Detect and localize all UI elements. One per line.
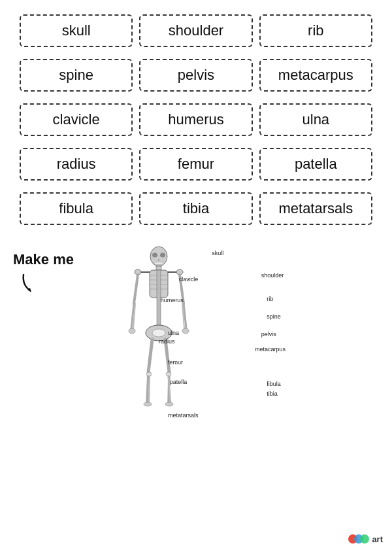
skeleton-label-metacarpus: metacarpus xyxy=(255,346,286,353)
svg-rect-8 xyxy=(156,266,161,270)
arrow-icon xyxy=(18,271,43,298)
word-card-clavicle[interactable]: clavicle xyxy=(20,103,133,136)
word-card-rib[interactable]: rib xyxy=(259,14,372,47)
skeleton-label-rib: rib xyxy=(267,296,273,302)
word-card-patella[interactable]: patella xyxy=(259,148,372,181)
skeleton-label-shoulder: shoulder xyxy=(261,272,284,279)
word-card-tibia[interactable]: tibia xyxy=(139,192,252,225)
skeleton-label-pelvis: pelvis xyxy=(261,331,276,338)
skeleton-label-fibula: fibula xyxy=(267,381,281,387)
bottom-section: Make me xyxy=(0,238,392,428)
skeleton-svg xyxy=(113,245,204,421)
svg-line-29 xyxy=(148,339,152,372)
skeleton-label-spine: spine xyxy=(267,313,281,320)
svg-point-37 xyxy=(146,372,152,376)
word-card-radius[interactable]: radius xyxy=(20,148,133,181)
svg-point-24 xyxy=(129,328,135,334)
svg-line-31 xyxy=(149,372,150,402)
skeleton-label-skull: skull xyxy=(212,250,223,256)
word-card-femur[interactable]: femur xyxy=(139,148,252,181)
svg-point-3 xyxy=(160,253,165,258)
svg-point-41 xyxy=(360,534,369,544)
logo-text: art xyxy=(372,534,383,544)
word-card-pelvis[interactable]: pelvis xyxy=(139,59,252,92)
svg-point-36 xyxy=(165,402,173,406)
svg-point-2 xyxy=(152,253,157,258)
skeleton-label-metatarsals: metatarsals xyxy=(168,412,199,419)
svg-point-28 xyxy=(182,328,189,334)
word-card-metatarsals[interactable]: metatarsals xyxy=(259,192,372,225)
skeleton-label-radius: radius xyxy=(159,338,175,345)
svg-point-32 xyxy=(144,402,152,406)
skeleton-label-patella: patella xyxy=(170,379,188,385)
word-card-metacarpus[interactable]: metacarpus xyxy=(259,59,372,92)
word-card-humerus[interactable]: humerus xyxy=(139,103,252,136)
word-card-shoulder[interactable]: shoulder xyxy=(139,14,252,47)
word-card-ulna[interactable]: ulna xyxy=(259,103,372,136)
skeleton-label-humerus: humerus xyxy=(161,297,184,303)
skeleton-label-clavicle: clavicle xyxy=(179,276,199,283)
art-logo: art xyxy=(347,530,383,547)
make-me-label: Make me xyxy=(13,251,74,268)
word-card-fibula[interactable]: fibula xyxy=(20,192,133,225)
skeleton-label-femur: femur xyxy=(168,359,183,366)
word-card-spine[interactable]: spine xyxy=(20,59,133,92)
make-me-container: Make me xyxy=(13,251,74,298)
skeleton-label-ulna: ulna xyxy=(168,330,179,336)
svg-line-30 xyxy=(147,372,148,402)
svg-point-20 xyxy=(152,329,165,337)
svg-line-21 xyxy=(134,275,138,303)
skeleton-label-tibia: tibia xyxy=(267,390,278,397)
svg-point-38 xyxy=(166,372,171,376)
word-grid: skullshoulderribspinepelvismetacarpuscla… xyxy=(0,0,392,232)
skeleton-diagram: skullclavicleshoulderhumerusribspineulna… xyxy=(80,245,385,421)
word-card-skull[interactable]: skull xyxy=(20,14,133,47)
